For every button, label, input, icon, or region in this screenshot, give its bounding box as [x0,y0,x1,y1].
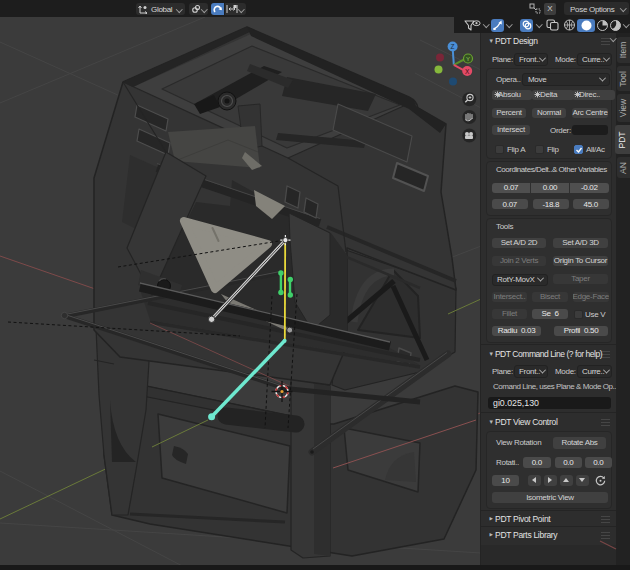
svg-text:Z: Z [451,43,455,50]
svg-text:Y: Y [466,56,470,62]
svg-text:X: X [465,68,470,75]
